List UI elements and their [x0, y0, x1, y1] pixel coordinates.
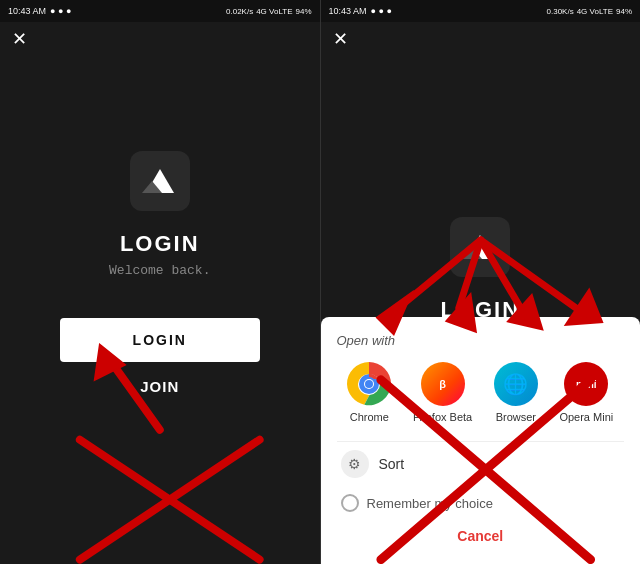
left-status-left: 10:43 AM ● ● ● [8, 6, 71, 16]
chrome-label: Chrome [350, 411, 389, 423]
browser-label: Browser [496, 411, 536, 423]
right-phone-panel: 10:43 AM ● ● ● 0.30K/s 4G VoLTE 94% ✕ LO… [320, 0, 641, 564]
left-login-title: LOGIN [120, 231, 200, 257]
left-battery: 94% [295, 7, 311, 16]
right-status-bar: 10:43 AM ● ● ● 0.30K/s 4G VoLTE 94% [321, 0, 641, 22]
right-status-left: 10:43 AM ● ● ● [329, 6, 392, 16]
left-status-right: 0.02K/s 4G VoLTE 94% [226, 7, 311, 16]
chrome-icon [347, 362, 391, 406]
left-login-button[interactable]: LOGIN [60, 318, 260, 362]
left-login-subtitle: Welcome back. [109, 263, 210, 278]
svg-point-12 [365, 380, 373, 388]
left-dots: ● ● ● [50, 6, 71, 16]
left-login-content: LOGIN Welcome back. LOGIN JOIN [0, 22, 320, 564]
right-speed: 0.30K/s [547, 7, 574, 16]
browser-item[interactable]: 🌐 Browser [494, 362, 538, 423]
browser-chooser-sheet: Open with [321, 317, 641, 564]
right-signal: 4G VoLTE [577, 7, 613, 16]
sort-label: Sort [379, 456, 405, 472]
firefox-beta-icon: β [421, 362, 465, 406]
opera-mini-label: Opera Mini [559, 411, 613, 423]
left-close-button[interactable]: ✕ [12, 28, 27, 50]
right-dots: ● ● ● [371, 6, 392, 16]
open-with-label: Open with [337, 333, 625, 348]
right-mountain-icon [462, 229, 498, 265]
opera-mini-icon: mini [564, 362, 608, 406]
chrome-browser-item[interactable]: Chrome [347, 362, 391, 423]
right-close-button[interactable]: ✕ [333, 28, 348, 50]
right-app-icon [450, 217, 510, 277]
browser-icon: 🌐 [494, 362, 538, 406]
opera-mini-browser-item[interactable]: mini Opera Mini [559, 362, 613, 423]
left-phone-panel: 10:43 AM ● ● ● 0.02K/s 4G VoLTE 94% ✕ LO… [0, 0, 320, 564]
remember-radio[interactable] [341, 494, 359, 512]
right-time: 10:43 AM [329, 6, 367, 16]
right-battery: 94% [616, 7, 632, 16]
sort-row: ⚙ Sort [337, 441, 625, 486]
left-status-bar: 10:43 AM ● ● ● 0.02K/s 4G VoLTE 94% [0, 0, 320, 22]
firefox-beta-browser-item[interactable]: β Firefox Beta [413, 362, 472, 423]
mountain-icon [142, 163, 178, 199]
remember-choice-row[interactable]: Remember my choice [337, 486, 625, 520]
remember-label: Remember my choice [367, 496, 493, 511]
left-join-button[interactable]: JOIN [140, 378, 179, 395]
browser-row: Chrome β Firefox Beta 🌐 Browser mini [337, 362, 625, 423]
right-status-right: 0.30K/s 4G VoLTE 94% [547, 7, 632, 16]
cancel-button[interactable]: Cancel [337, 520, 625, 552]
left-time: 10:43 AM [8, 6, 46, 16]
sort-gear-icon: ⚙ [341, 450, 369, 478]
left-speed: 0.02K/s [226, 7, 253, 16]
left-app-icon [130, 151, 190, 211]
firefox-beta-label: Firefox Beta [413, 411, 472, 423]
left-signal: 4G VoLTE [256, 7, 292, 16]
